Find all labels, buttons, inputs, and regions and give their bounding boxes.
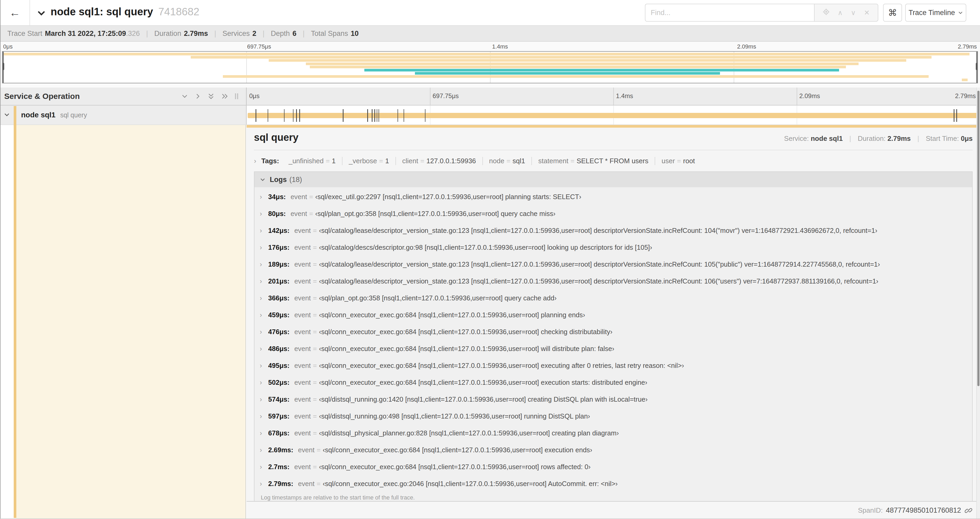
collapse-one-icon[interactable] — [181, 93, 188, 100]
log-row[interactable]: ›495μs:event=‹sql/conn_executor_exec.go:… — [255, 357, 972, 374]
log-field-value: ‹sql/conn_executor_exec.go:684 [nsql1,cl… — [319, 345, 614, 353]
trace-collapse-icon[interactable] — [37, 8, 46, 19]
span-detail-panel: sql query Service: node sql1 | Duration:… — [247, 125, 980, 501]
log-row[interactable]: ›189μs:event=‹sql/catalog/lease/descript… — [255, 256, 972, 273]
log-timestamp: 176μs: — [268, 244, 290, 251]
start-time-value: 0μs — [961, 134, 973, 142]
span-expander-icon[interactable] — [0, 110, 14, 120]
log-row[interactable]: ›201μs:event=‹sql/catalog/lease/descript… — [255, 273, 972, 289]
log-expander-icon[interactable]: › — [260, 463, 268, 471]
log-row[interactable]: ›459μs:event=‹sql/conn_executor_exec.go:… — [255, 307, 972, 323]
log-row[interactable]: ›574μs:event=‹sql/distsql_running.go:142… — [255, 391, 972, 408]
tag-pill[interactable]: _unfinished=1 — [282, 157, 342, 165]
log-field-key: event — [291, 210, 307, 217]
log-expander-icon[interactable]: › — [260, 210, 268, 217]
find-prev-icon[interactable]: ∧ — [838, 9, 843, 17]
log-timestamp: 574μs: — [268, 396, 290, 403]
back-button[interactable]: ← — [0, 0, 30, 25]
scrollbar-track[interactable] — [976, 88, 980, 519]
tag-equals: = — [326, 157, 329, 165]
find-input[interactable] — [645, 4, 814, 22]
tag-equals: = — [506, 157, 510, 165]
log-expander-icon[interactable]: › — [260, 260, 268, 268]
log-expander-icon[interactable]: › — [260, 227, 268, 235]
log-expander-icon[interactable]: › — [260, 294, 268, 302]
log-field-value: ‹sql/plan_opt.go:358 [nsql1,client=127.0… — [319, 294, 557, 302]
log-row[interactable]: ›142μs:event=‹sql/catalog/lease/descript… — [255, 222, 972, 239]
log-row[interactable]: ›80μs:event=‹sql/plan_opt.go:358 [nsql1,… — [255, 205, 972, 222]
log-tick-marker — [367, 109, 368, 122]
deep-link-icon[interactable] — [965, 506, 973, 514]
log-expander-icon[interactable]: › — [260, 311, 268, 319]
minimap-scrubber-right[interactable] — [976, 52, 977, 83]
minimap-tick-label: 2.79ms — [958, 43, 977, 50]
log-expander-icon[interactable]: › — [260, 430, 268, 437]
tag-pill[interactable]: statement=SELECT * FROM users — [531, 157, 655, 165]
log-expander-icon[interactable]: › — [260, 244, 268, 251]
minimap-scrubber-left[interactable] — [3, 52, 4, 83]
span-bar[interactable] — [248, 113, 979, 118]
minimap-canvas[interactable] — [2, 51, 978, 83]
log-expander-icon[interactable]: › — [260, 328, 268, 336]
log-equals: = — [313, 328, 317, 336]
log-row[interactable]: ›176μs:event=‹sql/catalog/descs/descript… — [255, 239, 972, 256]
log-expander-icon[interactable]: › — [260, 345, 268, 353]
trace-id: 7418682 — [158, 6, 199, 18]
divider — [254, 150, 973, 150]
tag-pill[interactable]: client=127.0.0.1:59936 — [395, 157, 482, 165]
summary-separator: | — [303, 30, 304, 38]
log-tick-marker — [268, 109, 269, 122]
minimap-span — [364, 69, 839, 72]
log-row[interactable]: ›2.69ms:event=‹sql/conn_executor_exec.go… — [255, 441, 972, 458]
log-expander-icon[interactable]: › — [260, 480, 268, 488]
log-row[interactable]: ›476μs:event=‹sql/conn_executor_exec.go:… — [255, 323, 972, 340]
log-expander-icon[interactable]: › — [260, 446, 268, 454]
log-row[interactable]: ›502μs:event=‹sql/conn_executor_exec.go:… — [255, 374, 972, 391]
tag-value: SELECT * FROM users — [577, 157, 649, 165]
log-row[interactable]: ›2.7ms:event=‹sql/conn_executor_exec.go:… — [255, 458, 972, 475]
span-row[interactable]: node sql1 sql query — [0, 105, 980, 125]
scrubber-grip[interactable] — [2, 63, 4, 70]
tag-equals: = — [420, 157, 424, 165]
keyboard-shortcuts-button[interactable]: ⌘ — [883, 4, 902, 22]
log-row[interactable]: ›678μs:event=‹sql/distsql_physical_plann… — [255, 425, 972, 441]
trace-name: node sql1: sql query — [51, 6, 153, 18]
log-expander-icon[interactable]: › — [260, 412, 268, 420]
log-field-key: event — [298, 480, 315, 488]
expand-one-icon[interactable] — [194, 93, 201, 100]
expand-all-icon[interactable] — [221, 93, 229, 100]
log-row[interactable]: ›366μs:event=‹sql/plan_opt.go:358 [nsql1… — [255, 289, 972, 307]
service-operation-header: Service & Operation — [0, 88, 247, 105]
log-row[interactable]: ›597μs:event=‹sql/distsql_running.go:498… — [255, 408, 972, 425]
log-row[interactable]: ›34μs:event=‹sql/exec_util.go:2297 [nsql… — [255, 188, 972, 205]
tag-pill[interactable]: _verbose=1 — [342, 157, 395, 165]
log-field-value: ‹sql/plan_opt.go:358 [nsql1,client=127.0… — [315, 210, 555, 217]
log-expander-icon[interactable]: › — [260, 362, 268, 369]
log-tick-marker — [372, 109, 372, 122]
locate-icon[interactable] — [823, 8, 830, 17]
log-expander-icon[interactable]: › — [260, 396, 268, 403]
scrubber-grip[interactable] — [976, 63, 978, 70]
log-row[interactable]: ›486μs:event=‹sql/conn_executor_exec.go:… — [255, 340, 972, 357]
scrollbar-thumb[interactable] — [977, 91, 980, 386]
logs-header[interactable]: Logs (18) — [255, 172, 972, 187]
tag-pill[interactable]: user=root — [655, 157, 701, 165]
collapse-all-icon[interactable] — [208, 92, 215, 100]
tag-key: statement — [538, 157, 568, 165]
tags-expander-icon[interactable]: › — [254, 157, 261, 165]
log-row[interactable]: ›2.79ms:event=‹sql/conn_executor_exec.go… — [255, 475, 972, 492]
log-field-value: ‹sql/catalog/lease/descriptor_version_st… — [319, 260, 880, 268]
column-resizer[interactable] — [235, 93, 239, 99]
log-equals: = — [317, 446, 321, 454]
log-expander-icon[interactable]: › — [260, 379, 268, 386]
log-expander-icon[interactable]: › — [260, 193, 268, 201]
find-clear-icon[interactable]: ✕ — [864, 9, 870, 17]
trace-view-selector[interactable]: Trace Timeline — [905, 4, 966, 22]
tag-pill[interactable]: node=sql1 — [482, 157, 531, 165]
log-field-key: event — [294, 244, 311, 251]
span-row-timeline[interactable] — [247, 105, 980, 125]
log-expander-icon[interactable]: › — [260, 278, 268, 285]
find-next-icon[interactable]: ∨ — [851, 9, 856, 17]
summary-item-label: Depth — [271, 30, 290, 37]
ruler-gridline — [613, 88, 614, 105]
